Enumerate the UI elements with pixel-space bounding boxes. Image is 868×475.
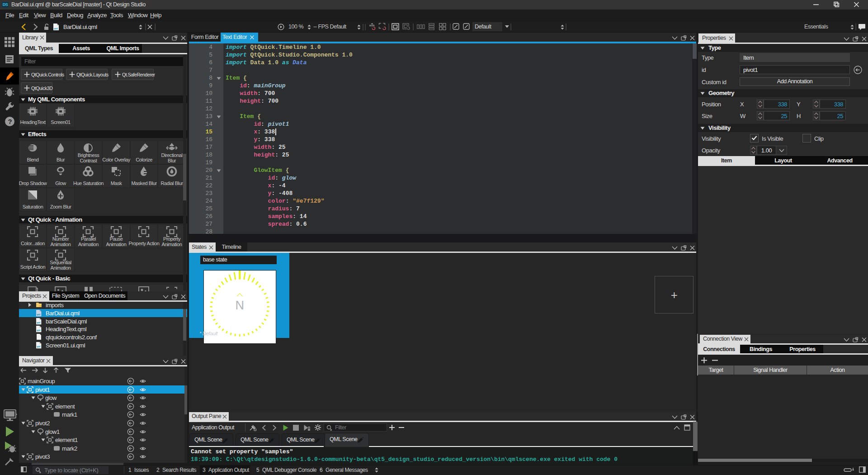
svg-text:qml: qml: [37, 345, 41, 348]
svg-text:qml: qml: [37, 329, 41, 332]
svg-text:qml: qml: [37, 321, 41, 323]
svg-text:qml: qml: [37, 313, 41, 316]
svg-text:?: ?: [8, 118, 12, 125]
svg-text:qml: qml: [54, 27, 58, 30]
